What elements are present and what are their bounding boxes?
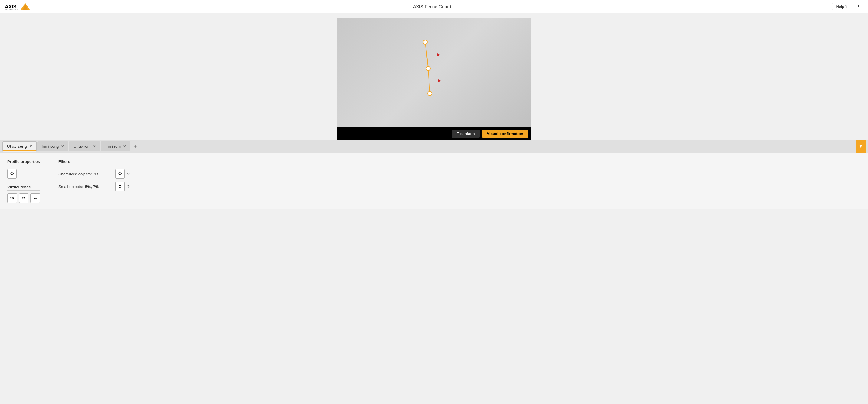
svg-line-5 [428,68,430,93]
tabs-bar: Ut av seng ✕ Inn i seng ✕ Ut av rom ✕ In… [0,140,868,153]
tab-inn-i-rom-close[interactable]: ✕ [123,144,126,148]
chevron-down-icon: ▼ [858,144,863,149]
filters-title: Filters [58,159,143,165]
fence-overlay [337,19,531,127]
logo: AXIS COMMUNICATIONS [5,2,32,11]
virtual-fence-arrows-button[interactable]: ↔ [30,193,40,203]
short-lived-help-icon[interactable]: ? [127,172,129,176]
tab-inn-i-seng-label: Inn i seng [42,144,59,149]
tab-ut-av-rom-label: Ut av rom [73,144,91,149]
header-actions: Help ? ⋮ [832,3,863,10]
menu-button[interactable]: ⋮ [854,3,863,10]
small-objects-gear-button[interactable]: ⚙ [115,182,125,192]
content-area: Profile properties ⚙ Virtual fence 👁 ✂ ↔… [0,153,868,209]
tab-ut-av-rom-close[interactable]: ✕ [93,144,96,148]
profile-properties-gear-button[interactable]: ⚙ [7,169,17,179]
tabs-expand-button[interactable]: ▼ [856,140,866,153]
header: AXIS COMMUNICATIONS AXIS Fence Guard Hel… [0,0,868,13]
tab-inn-i-seng-close[interactable]: ✕ [61,144,64,148]
app-title: AXIS Fence Guard [413,4,451,9]
svg-point-7 [426,66,430,70]
short-lived-filter-row: Short-lived objects: 1s ⚙ ? [58,169,143,179]
left-panel: Profile properties ⚙ Virtual fence 👁 ✂ ↔ [7,159,40,203]
tab-ut-av-seng-label: Ut av seng [7,144,27,149]
tab-ut-av-seng[interactable]: Ut av seng ✕ [2,141,37,151]
test-alarm-button[interactable]: Test alarm [452,129,480,138]
camera-view [337,19,531,127]
right-panel: Filters Short-lived objects: 1s ⚙ ? Smal… [58,159,143,203]
axis-logo: AXIS COMMUNICATIONS [5,2,32,11]
svg-text:COMMUNICATIONS: COMMUNICATIONS [5,9,18,10]
small-objects-label: Small objects: 5%, 7% [58,184,113,189]
tab-inn-i-rom[interactable]: Inn i rom ✕ [101,141,130,151]
camera-container: Test alarm Visual confirmation [0,13,868,140]
camera-wrapper: Test alarm Visual confirmation [337,18,531,140]
svg-point-8 [428,91,432,96]
small-objects-filter-row: Small objects: 5%, 7% ⚙ ? [58,182,143,192]
svg-marker-10 [437,53,440,56]
profile-properties-title: Profile properties [7,159,40,165]
svg-marker-12 [438,79,441,82]
virtual-fence-buttons: 👁 ✂ ↔ [7,193,40,203]
help-button[interactable]: Help ? [832,3,851,10]
tab-ut-av-seng-close[interactable]: ✕ [29,144,32,148]
camera-toolbar: Test alarm Visual confirmation [337,127,531,140]
svg-text:AXIS: AXIS [5,4,17,9]
svg-point-6 [423,40,427,44]
visual-confirmation-button[interactable]: Visual confirmation [482,129,528,138]
svg-line-4 [425,42,428,68]
tab-ut-av-rom[interactable]: Ut av rom ✕ [69,141,100,151]
add-tab-button[interactable]: + [131,142,140,151]
virtual-fence-eye-button[interactable]: 👁 [7,193,17,203]
short-lived-gear-button[interactable]: ⚙ [115,169,125,179]
short-lived-label: Short-lived objects: 1s [58,172,113,176]
small-objects-help-icon[interactable]: ? [127,184,129,189]
virtual-fence-title: Virtual fence [7,185,40,191]
tab-inn-i-seng[interactable]: Inn i seng ✕ [37,141,68,151]
tab-inn-i-rom-label: Inn i rom [105,144,121,149]
virtual-fence-scissors-button[interactable]: ✂ [19,193,28,203]
profile-properties-buttons: ⚙ [7,169,40,179]
